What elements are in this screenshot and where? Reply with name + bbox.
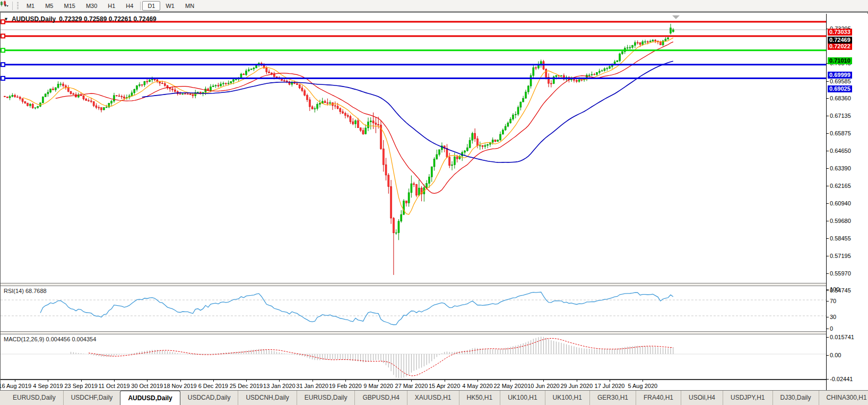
date-label: 23 Sep 2019 xyxy=(64,383,97,389)
macd-scale--0.02441: -0.02441 xyxy=(830,376,853,382)
date-tick xyxy=(279,380,280,382)
price-badge-0.72022: 0.72022 xyxy=(828,43,852,50)
rsi-chart xyxy=(1,286,826,331)
date-tick xyxy=(81,380,82,382)
timeframe-button-H1[interactable]: H1 xyxy=(102,1,120,11)
price-badge-0.73033: 0.73033 xyxy=(828,29,852,36)
hline-handle-0.69999[interactable] xyxy=(1,63,5,66)
rsi-pane[interactable]: RSI(14) 68.7688 xyxy=(1,286,826,331)
timeframe-button-W1[interactable]: W1 xyxy=(160,1,180,11)
date-tick xyxy=(411,380,412,382)
candles-layer xyxy=(4,24,674,275)
chart-window: ▼ AUDUSD,Daily 0.72329 0.72589 0.72261 0… xyxy=(0,12,868,390)
rsi-scale-70: 70 xyxy=(830,298,836,304)
date-label: 13 Jan 2020 xyxy=(263,383,296,389)
price-tick: 0.57195 xyxy=(830,253,851,259)
date-label: 29 Jun 2020 xyxy=(560,383,593,389)
timeframe-buttons: M1M5M15M30H1H4D1W1MN xyxy=(21,1,199,11)
date-label: 19 Feb 2020 xyxy=(329,383,362,389)
price-badge-0.69999: 0.69999 xyxy=(828,72,852,79)
hline-handle-0.69025[interactable] xyxy=(1,76,5,80)
tab-HK50-H1[interactable]: HK50,H1 xyxy=(459,391,500,405)
price-badge-0.69025: 0.69025 xyxy=(828,85,852,92)
rsi-label: RSI(14) 68.7688 xyxy=(4,288,47,294)
date-label: 18 Nov 2019 xyxy=(163,383,196,389)
date-tick xyxy=(643,380,643,382)
timeframe-button-D1[interactable]: D1 xyxy=(142,1,160,11)
tab-USDJPY-H1[interactable]: USDJPY,H1 xyxy=(723,391,772,405)
date-tick xyxy=(213,380,214,382)
toolbar-grip[interactable] xyxy=(17,2,19,10)
tab-UK100-H1[interactable]: UK100,H1 xyxy=(500,391,544,405)
date-label: 16 Aug 2019 xyxy=(0,383,31,389)
timeframe-button-H4[interactable]: H4 xyxy=(120,1,138,11)
date-label: 11 Oct 2019 xyxy=(98,383,129,389)
tab-EURUSD-Daily[interactable]: EURUSD,Daily xyxy=(297,391,355,405)
ma-line-slow xyxy=(142,61,673,162)
date-label: 6 Dec 2019 xyxy=(198,383,228,389)
timeframe-button-MN[interactable]: MN xyxy=(180,1,199,11)
hline-handle-0.71010[interactable] xyxy=(1,48,5,52)
price-tick: 0.64650 xyxy=(830,148,851,154)
price-tick: 0.58455 xyxy=(830,235,851,242)
price-badge-0.71010: 0.71010 xyxy=(828,57,852,64)
price-tick: 0.55970 xyxy=(830,270,851,277)
date-tick xyxy=(15,380,15,382)
macd-pane[interactable]: MACD(12,26,9) 0.004456 0.004354 xyxy=(1,334,826,379)
price-axis[interactable]: 0.732950.708450.695850.683600.671350.658… xyxy=(826,14,868,391)
price-tick: 0.68360 xyxy=(830,95,851,101)
price-tick: 0.65875 xyxy=(830,130,851,136)
date-tick xyxy=(246,380,247,382)
scroll-to-end-icon[interactable] xyxy=(672,15,680,19)
price-tick: 0.59680 xyxy=(830,218,851,224)
timeframe-button-M30[interactable]: M30 xyxy=(81,1,102,11)
tab-GBPUSD-H4[interactable]: GBPUSD,H4 xyxy=(354,391,406,405)
date-tick xyxy=(48,380,48,382)
date-tick xyxy=(180,380,181,382)
rsi-line xyxy=(40,292,673,324)
tab-XAUUSD-H1[interactable]: XAUUSD,H1 xyxy=(407,391,459,405)
date-label: 31 Jan 2020 xyxy=(296,383,328,389)
price-tick: 0.67135 xyxy=(830,113,851,119)
rsi-scale-0: 0 xyxy=(830,325,833,332)
date-label: 15 Apr 2020 xyxy=(429,383,460,389)
date-label: 25 Dec 2019 xyxy=(230,383,263,389)
date-label: 17 Jul 2020 xyxy=(595,383,625,389)
date-tick xyxy=(445,380,445,382)
chart-tabbar: EURUSD,DailyUSDCHF,DailyAUDUSD,DailyUSDC… xyxy=(0,390,868,405)
date-tick xyxy=(478,380,478,382)
rsi-scale-100: 100 xyxy=(830,286,839,292)
date-label: 4 Sep 2019 xyxy=(33,383,63,389)
tab-USDCAD-Daily[interactable]: USDCAD,Daily xyxy=(180,391,238,405)
date-tick xyxy=(543,380,544,382)
candlestick-chart[interactable] xyxy=(1,14,826,283)
tab-DJ30-Daily[interactable]: DJ30,Daily xyxy=(772,391,819,405)
price-tick: 0.62165 xyxy=(830,183,851,189)
symbol-dropdown-icon[interactable]: ▼ xyxy=(4,16,8,22)
chart-ohlc-values: 0.72329 0.72589 0.72261 0.72469 xyxy=(59,15,157,23)
timeframe-button-M5[interactable]: M5 xyxy=(40,1,58,11)
hline-handle-0.72022[interactable] xyxy=(1,34,5,38)
chart-type-icon[interactable] xyxy=(0,0,8,7)
tab-AUDUSD-Daily[interactable]: AUDUSD,Daily xyxy=(120,391,180,405)
tab-UK100-H1[interactable]: UK100,H1 xyxy=(545,391,589,405)
tab-USDCHF-Daily[interactable]: USDCHF,Daily xyxy=(63,391,120,405)
macd-chart xyxy=(1,334,826,379)
macd-label: MACD(12,26,9) 0.004456 0.004354 xyxy=(4,336,96,342)
date-tick xyxy=(147,380,147,382)
macd-scale-0.00: 0.00 xyxy=(830,352,841,358)
date-label: 9 Mar 2020 xyxy=(363,383,393,389)
tab-USDCNH-Daily[interactable]: USDCNH,Daily xyxy=(238,391,296,405)
tab-GER30-H1[interactable]: GER30,H1 xyxy=(589,391,636,405)
tab-EURUSD-Daily[interactable]: EURUSD,Daily xyxy=(5,391,63,405)
date-label: 10 Jun 2020 xyxy=(527,383,560,389)
timeframe-button-M1[interactable]: M1 xyxy=(21,1,40,11)
tab-CHINA300-H1[interactable]: CHINA300,H1 xyxy=(819,391,868,405)
tab-USOil-H4[interactable]: USOil,H4 xyxy=(681,391,723,405)
date-tick xyxy=(577,380,577,382)
tab-FRA40-H1[interactable]: FRA40,H1 xyxy=(636,391,681,405)
date-tick xyxy=(114,380,115,382)
main-price-pane[interactable]: ▼ AUDUSD,Daily 0.72329 0.72589 0.72261 0… xyxy=(1,14,826,283)
date-tick xyxy=(345,380,346,382)
timeframe-button-M15[interactable]: M15 xyxy=(58,1,80,11)
